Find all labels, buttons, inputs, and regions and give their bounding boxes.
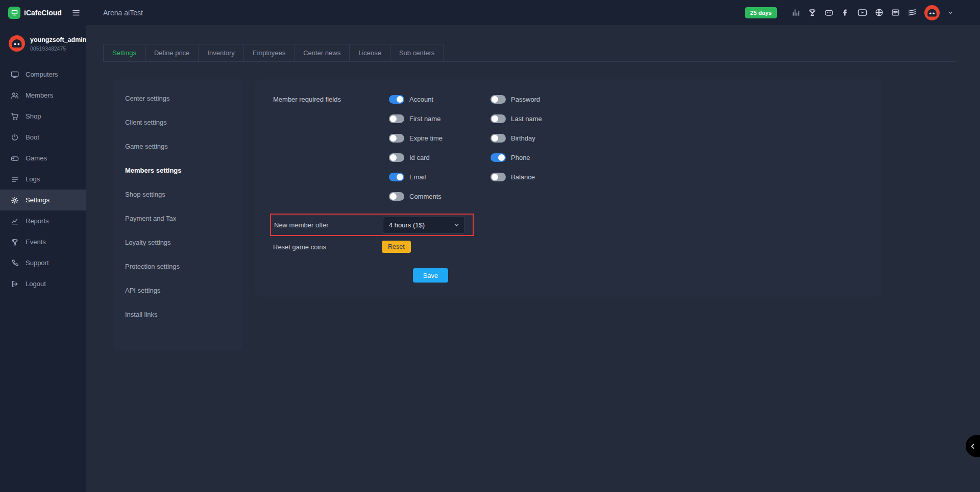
tab-label: Sub centers: [399, 49, 434, 57]
last-name-toggle[interactable]: [491, 114, 506, 123]
expire-time-toggle[interactable]: [389, 134, 404, 143]
toggle-label: Birthday: [511, 134, 535, 142]
toggle-label: Password: [511, 96, 540, 103]
tab-label: License: [358, 49, 381, 57]
account-toggle[interactable]: [389, 95, 404, 104]
sidebar-item-label: Games: [26, 154, 47, 162]
balance-toggle[interactable]: [491, 173, 506, 181]
facebook-icon[interactable]: [841, 8, 850, 17]
sidebar-item-computers[interactable]: Computers: [0, 64, 86, 85]
email-toggle[interactable]: [389, 173, 404, 181]
id-card-toggle[interactable]: [389, 153, 404, 162]
settings-nav-item-game-settings[interactable]: Game settings: [113, 134, 242, 158]
settings-nav-item-payment-and-tax[interactable]: Payment and Tax: [113, 206, 242, 230]
sidebar-item-boot[interactable]: Boot: [0, 127, 86, 148]
settings-nav-item-install-links[interactable]: Install links: [113, 302, 242, 326]
youtube-icon[interactable]: [857, 8, 867, 17]
toggle-row: Account Password: [382, 95, 542, 104]
nav-item-label: Loyalty settings: [125, 239, 171, 246]
nav-item-label: Shop settings: [125, 191, 165, 198]
chevron-left-icon: [969, 442, 976, 450]
settings-nav-item-client-settings[interactable]: Client settings: [113, 110, 242, 134]
comments-toggle[interactable]: [389, 192, 404, 201]
sidebar-item-settings[interactable]: Settings: [0, 190, 86, 210]
app-root: iCafeCloud Arena aiTest 25 days: [0, 0, 980, 492]
nav-item-label: Client settings: [125, 119, 167, 126]
tab-label: Inventory: [207, 49, 234, 57]
settings-nav-item-members-settings[interactable]: Members settings: [113, 158, 242, 182]
topbar-right: 25 days: [745, 5, 980, 20]
tab-license[interactable]: License: [349, 44, 390, 61]
birthday-toggle[interactable]: [491, 134, 506, 143]
chevron-down-icon: [453, 222, 460, 228]
new-member-offer-select[interactable]: 4 hours (1$): [383, 217, 465, 233]
settings-nav-item-shop-settings[interactable]: Shop settings: [113, 182, 242, 206]
brand-logo-icon: [8, 7, 20, 19]
sidebar-item-events[interactable]: Events: [0, 231, 86, 252]
sidebar-item-reports[interactable]: Reports: [0, 210, 86, 231]
sidebar-menu: Computers Members Shop Boot Games Logs: [0, 64, 86, 294]
sidebar-item-logout[interactable]: Logout: [0, 273, 86, 294]
license-days-badge[interactable]: 25 days: [745, 7, 777, 18]
topbar-left-zone: iCafeCloud: [0, 7, 86, 19]
toggle-row: Comments: [382, 192, 542, 201]
phone-toggle[interactable]: [491, 153, 506, 162]
first-name-toggle[interactable]: [389, 114, 404, 123]
tab-center-news[interactable]: Center news: [294, 44, 350, 61]
toggle-label: Account: [409, 96, 433, 103]
sidebar-item-label: Members: [26, 91, 53, 99]
hamburger-menu-icon[interactable]: [71, 8, 81, 17]
sidebar-item-label: Computers: [26, 71, 58, 78]
sidebar-item-label: Reports: [26, 217, 49, 225]
sidebar-user-block: youngzsoft_admin 005193482475: [0, 25, 86, 52]
settings-nav-item-center-settings[interactable]: Center settings: [113, 86, 242, 110]
settings-nav-item-loyalty-settings[interactable]: Loyalty settings: [113, 230, 242, 254]
sidebar-item-label: Events: [26, 238, 46, 246]
tab-label: Settings: [112, 49, 136, 57]
tab-define-price[interactable]: Define price: [145, 44, 199, 61]
stats-icon[interactable]: [792, 8, 800, 17]
topbar: iCafeCloud Arena aiTest 25 days: [0, 0, 980, 25]
user-avatar[interactable]: [924, 5, 940, 20]
reset-game-coins-label: Reset game coins: [273, 243, 382, 251]
password-toggle[interactable]: [491, 95, 506, 104]
sidebar-item-label: Shop: [26, 112, 41, 120]
tab-employees[interactable]: Employees: [243, 44, 295, 61]
reset-button[interactable]: Reset: [382, 241, 411, 253]
discord-icon[interactable]: [824, 8, 834, 17]
settings-nav-item-protection-settings[interactable]: Protection settings: [113, 254, 242, 278]
tab-settings[interactable]: Settings: [103, 44, 145, 61]
nav-item-label: Game settings: [125, 143, 168, 150]
sidebar-item-shop[interactable]: Shop: [0, 106, 86, 127]
toggle-label: Balance: [511, 173, 535, 181]
trophy-icon[interactable]: [808, 8, 817, 17]
sidebar-item-label: Support: [26, 259, 49, 267]
chevron-down-icon[interactable]: [947, 10, 953, 16]
globe-icon[interactable]: [875, 8, 884, 17]
new-member-offer-highlight: New member offer 4 hours (1$): [270, 214, 474, 236]
nav-item-label: API settings: [125, 287, 160, 294]
sidebar-item-games[interactable]: Games: [0, 148, 86, 169]
members-settings-form: Member required fields Account Password …: [255, 79, 881, 297]
toggle-label: Expire time: [409, 134, 443, 142]
sidebar-item-label: Logs: [26, 175, 40, 183]
tab-label: Define price: [154, 49, 189, 57]
tab-inventory[interactable]: Inventory: [198, 44, 243, 61]
toggle-label: Email: [409, 173, 426, 181]
settings-nav-item-api-settings[interactable]: API settings: [113, 278, 242, 302]
toggle-row: Id card Phone: [382, 153, 542, 162]
sidebar-item-support[interactable]: Support: [0, 252, 86, 273]
themes-icon[interactable]: [908, 8, 917, 17]
sidebar-item-logs[interactable]: Logs: [0, 169, 86, 190]
settings-content: Center settings Client settings Game set…: [113, 79, 980, 350]
nav-item-label: Install links: [125, 311, 158, 318]
new-member-offer-label: New member offer: [274, 221, 383, 229]
sidebar-user-avatar: [9, 35, 25, 52]
toggle-label: Comments: [409, 193, 442, 200]
license-icon[interactable]: [891, 8, 900, 17]
tab-sub-centers[interactable]: Sub centers: [390, 44, 444, 61]
save-button[interactable]: Save: [413, 268, 448, 283]
user-id: 005193482475: [30, 45, 86, 52]
sidebar-item-members[interactable]: Members: [0, 85, 86, 106]
nav-item-label: Payment and Tax: [125, 215, 176, 222]
